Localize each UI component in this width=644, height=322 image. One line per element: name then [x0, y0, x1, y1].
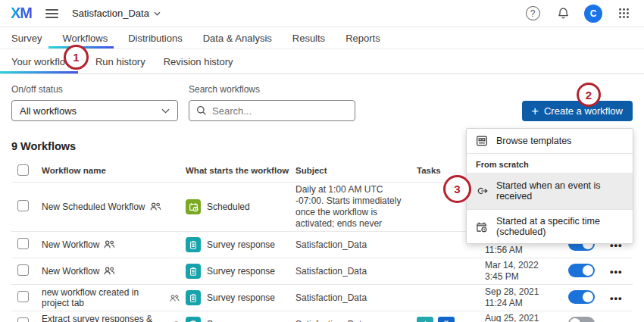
subject-cell: Satisfaction_Data — [295, 292, 417, 304]
survey-response-trigger-icon — [186, 264, 201, 279]
plus-icon: + — [532, 105, 539, 117]
project-name-dropdown[interactable]: Satisfaction_Data — [72, 8, 161, 19]
hamburger-menu-icon[interactable] — [45, 7, 58, 20]
search-label: Search workflows — [189, 84, 355, 95]
workflow-toggle[interactable] — [568, 264, 595, 277]
templates-icon — [476, 135, 489, 147]
subject-cell: Satisfaction_Data — [295, 266, 417, 277]
date-cell: Aug 25, 2021 12:31 PM — [485, 313, 568, 322]
notifications-bell-icon[interactable] — [553, 4, 573, 23]
help-icon[interactable]: ? — [523, 4, 542, 23]
info-icon — [173, 320, 180, 322]
workflow-name[interactable]: new workflow created in project tab — [42, 287, 165, 309]
workflow-toggle[interactable] — [568, 317, 595, 322]
menu-item-scheduled-workflow[interactable]: Started at a specific time (scheduled) — [467, 209, 633, 243]
collaborators-icon — [104, 240, 115, 249]
row-checkbox[interactable] — [17, 291, 29, 302]
app-switcher-grid-icon[interactable] — [614, 4, 633, 23]
active-subtab-underline — [0, 71, 78, 73]
trigger-label: Survey response — [207, 319, 275, 322]
workflow-toggle[interactable] — [568, 290, 595, 304]
xm-logo[interactable]: XM — [11, 5, 32, 22]
collaborators-icon — [150, 202, 161, 211]
tab-distributions[interactable]: Distributions — [128, 27, 183, 48]
tab-data-analysis[interactable]: Data & Analysis — [203, 27, 272, 48]
search-box — [189, 100, 355, 121]
filter-bar: On/off status All workflows Search workf… — [11, 84, 633, 121]
date-cell: Sep 28, 2021 11:24 AM — [485, 286, 568, 309]
extract-data-task-icon[interactable] — [438, 317, 455, 322]
row-menu-button[interactable]: ••• — [610, 292, 623, 304]
upload-task-icon[interactable] — [417, 317, 433, 322]
menu-section-from-scratch: From scratch — [467, 153, 633, 173]
scheduled-trigger-icon — [186, 199, 201, 214]
survey-response-trigger-icon — [186, 317, 201, 322]
annotation-step-1: 1 — [64, 45, 89, 70]
col-trigger: What starts the workflow — [186, 166, 295, 175]
row-checkbox[interactable] — [17, 264, 29, 276]
collaborators-icon — [170, 294, 180, 302]
subject-cell: Daily at 1:00 AM UTC -07:00. Starts imme… — [295, 184, 417, 230]
tab-workflows[interactable]: Workflows — [62, 27, 108, 48]
trigger-label: Survey response — [207, 292, 275, 303]
annotation-step-3: 3 — [443, 175, 471, 203]
tab-results[interactable]: Results — [292, 27, 325, 48]
status-filter-select[interactable]: All workflows — [11, 100, 178, 121]
chevron-down-icon — [154, 11, 161, 16]
table-row: Extract survey responses & upload to SFT… — [11, 311, 633, 322]
subject-cell: Satisfaction_Data — [295, 319, 417, 322]
col-subject: Subject — [295, 166, 417, 175]
row-menu-button[interactable]: ••• — [610, 266, 623, 277]
table-row: New Workflow Survey response Satisfactio… — [11, 258, 633, 284]
tab-reports[interactable]: Reports — [345, 27, 380, 48]
create-workflow-menu: Browse templates From scratch Started wh… — [466, 128, 633, 244]
workflow-name[interactable]: New Scheduled Workflow — [42, 202, 145, 212]
trigger-label: Scheduled — [207, 202, 250, 212]
row-checkbox[interactable] — [17, 200, 29, 211]
status-filter-label: On/off status — [11, 84, 178, 95]
menu-item-event-workflow[interactable]: Started when an event is received — [467, 173, 633, 209]
select-all-checkbox[interactable] — [17, 164, 29, 176]
subtab-revision-history[interactable]: Revision history — [164, 56, 233, 67]
user-avatar[interactable]: C — [583, 4, 603, 23]
workflows-sub-tabs: Your workflows Run history Revision hist… — [0, 49, 644, 74]
table-row: new workflow created in project tab Surv… — [11, 284, 633, 311]
subject-cell: Satisfaction_Data — [295, 239, 417, 251]
col-workflow-name: Workflow name — [42, 166, 186, 175]
subtab-run-history[interactable]: Run history — [95, 56, 145, 67]
row-checkbox[interactable] — [17, 238, 29, 249]
chevron-down-icon — [161, 108, 170, 114]
survey-response-trigger-icon — [186, 237, 201, 252]
row-checkbox[interactable] — [17, 317, 29, 322]
trigger-label: Survey response — [207, 239, 275, 250]
collaborators-icon — [104, 267, 115, 275]
annotation-step-2: 2 — [577, 83, 601, 107]
search-input[interactable] — [212, 105, 348, 117]
workflow-name[interactable]: New Workflow — [42, 266, 99, 277]
tab-survey[interactable]: Survey — [11, 27, 42, 48]
search-icon — [196, 105, 207, 116]
top-bar: XM Satisfaction_Data ? C — [0, 0, 644, 27]
project-name: Satisfaction_Data — [72, 8, 149, 19]
event-icon — [476, 186, 489, 195]
survey-response-trigger-icon — [186, 290, 201, 305]
menu-item-browse-templates[interactable]: Browse templates — [467, 129, 633, 153]
row-menu-button[interactable]: ••• — [610, 319, 623, 322]
create-workflow-button[interactable]: + Create a workflow — [522, 101, 633, 121]
workflow-name[interactable]: Extract survey responses & upload to SFT… — [42, 314, 168, 322]
trigger-label: Survey response — [207, 266, 275, 277]
date-cell: Mar 14, 2022 3:45 PM — [485, 260, 568, 283]
workflow-name[interactable]: New Workflow — [42, 239, 99, 250]
schedule-icon — [476, 221, 489, 233]
project-nav-tabs: Survey Workflows Distributions Data & An… — [0, 27, 644, 49]
